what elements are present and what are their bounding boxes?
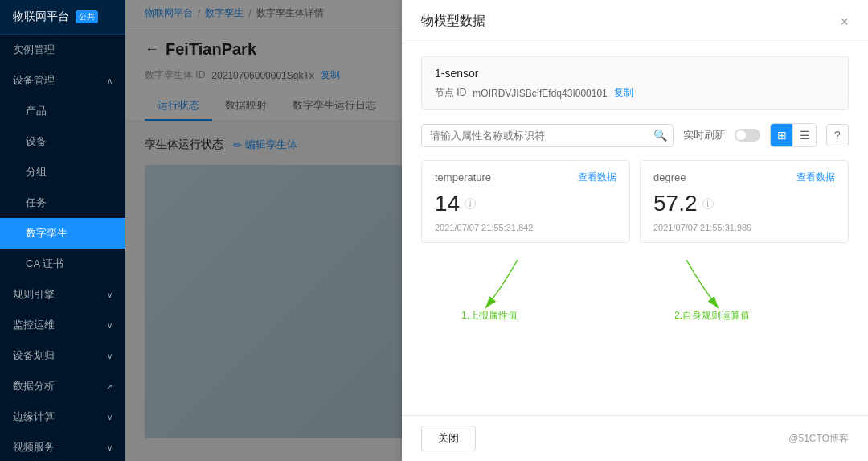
external-link-icon: ↗: [106, 382, 113, 391]
modal-footer: 关闭 @51CTO博客: [402, 415, 868, 461]
list-view-button[interactable]: ☰: [793, 124, 816, 146]
modal-close-btn[interactable]: 关闭: [421, 426, 476, 451]
grid-view-button[interactable]: ⊞: [771, 124, 793, 146]
data-cards: temperature 查看数据 14 i 2021/07/07 21:55:3…: [421, 160, 849, 243]
watermark: @51CTO博客: [788, 432, 849, 446]
search-input-wrap: 🔍: [421, 124, 674, 147]
card-time-temperature: 2021/07/07 21:55:31.842: [435, 223, 616, 233]
chevron-down-icon: ∨: [107, 443, 113, 452]
sidebar-item-edge-compute[interactable]: 边缘计算 ∨: [0, 401, 125, 432]
chevron-down-icon: ∨: [107, 352, 113, 360]
sidebar-item-device[interactable]: 设备: [0, 126, 125, 157]
info-icon-temperature[interactable]: i: [465, 198, 476, 209]
svg-text:1.上报属性值: 1.上报属性值: [461, 310, 518, 320]
sidebar-item-ca-cert[interactable]: CA 证书: [0, 249, 125, 279]
sidebar-item-group[interactable]: 分组: [0, 157, 125, 187]
toggle-knob: [736, 130, 746, 140]
card-value-temperature: 14: [435, 191, 460, 216]
sidebar-item-digital-twin[interactable]: 数字孪生: [0, 218, 125, 249]
modal-title: 物模型数据: [421, 13, 485, 30]
prop-name-degree: degree: [653, 171, 686, 183]
chevron-down-icon: ∨: [107, 321, 113, 330]
sidebar-item-video[interactable]: 视频服务 ∨: [0, 432, 125, 461]
node-id-label: 节点 ID: [435, 86, 466, 100]
annotations-area: 1.上报属性值 2.自身规则运算值: [421, 256, 849, 320]
sidebar-item-instance[interactable]: 实例管理: [0, 35, 125, 65]
chevron-down-icon: ∨: [107, 290, 113, 299]
card-header-degree: degree 查看数据: [653, 171, 835, 184]
card-value-row-degree: 57.2 i: [653, 191, 835, 216]
sidebar-item-task[interactable]: 任务: [0, 187, 125, 218]
sensor-name: 1-sensor: [435, 67, 835, 80]
svg-text:2.自身规则运算值: 2.自身规则运算值: [674, 310, 750, 320]
main-content: 物联网平台 / 数字孪生 / 数字孪生体详情 ← FeiTianPark 数字孪…: [125, 0, 868, 461]
sidebar-item-device-mgmt[interactable]: 设备管理 ∧: [0, 65, 125, 96]
sidebar-item-rule-engine[interactable]: 规则引擎 ∨: [0, 279, 125, 310]
card-time-degree: 2021/07/07 21:55:31.989: [653, 223, 835, 233]
realtime-label: 实时刷新: [683, 128, 725, 142]
copy-node-id-button[interactable]: 复制: [614, 86, 633, 100]
sidebar: 物联网平台 公共 实例管理 设备管理 ∧ 产品 设备 分组 任务 数字孪生 CA…: [0, 0, 125, 461]
data-card-degree: degree 查看数据 57.2 i 2021/07/07 21:55:31.9…: [640, 160, 849, 243]
annotation-arrows: 1.上报属性值 2.自身规则运算值: [421, 256, 855, 320]
modal-header: 物模型数据 ×: [402, 0, 868, 43]
card-value-degree: 57.2: [653, 191, 698, 216]
sensor-section: 1-sensor 节点 ID mOIRDVJISBcIfEfdq43I00010…: [421, 56, 849, 110]
view-buttons: ⊞ ☰: [770, 123, 817, 147]
view-data-temperature[interactable]: 查看数据: [578, 171, 616, 184]
help-icon: ?: [834, 129, 841, 142]
realtime-toggle[interactable]: [735, 129, 760, 142]
card-value-row-temperature: 14 i: [435, 191, 616, 216]
sensor-meta: 节点 ID mOIRDVJISBcIfEfdq43I000101 复制: [435, 86, 835, 100]
chevron-up-icon: ∧: [107, 76, 113, 85]
modal-panel: 物模型数据 × 1-sensor 节点 ID mOIRDVJISBcIfEfdq…: [402, 0, 868, 461]
platform-badge: 公共: [76, 10, 98, 23]
chevron-down-icon: ∨: [107, 413, 113, 422]
card-header-temperature: temperature 查看数据: [435, 171, 616, 184]
search-icon: 🔍: [653, 129, 667, 142]
sidebar-submenu-device: 产品 设备 分组 任务 数字孪生 CA 证书: [0, 96, 125, 279]
search-row: 🔍 实时刷新 ⊞ ☰ ?: [421, 123, 849, 147]
grid-icon: ⊞: [777, 129, 787, 142]
data-card-temperature: temperature 查看数据 14 i 2021/07/07 21:55:3…: [421, 160, 630, 243]
help-button[interactable]: ?: [826, 124, 849, 146]
node-id-value: mOIRDVJISBcIfEfdq43I000101: [473, 88, 607, 99]
view-data-degree[interactable]: 查看数据: [796, 171, 835, 184]
sidebar-header: 物联网平台 公共: [0, 0, 125, 35]
sidebar-item-monitor[interactable]: 监控运维 ∨: [0, 310, 125, 340]
platform-name: 物联网平台: [13, 10, 69, 24]
list-icon: ☰: [800, 129, 810, 142]
modal-close-button[interactable]: ×: [840, 14, 849, 29]
modal-body: 1-sensor 节点 ID mOIRDVJISBcIfEfdq43I00010…: [402, 43, 868, 415]
sidebar-item-product[interactable]: 产品: [0, 96, 125, 126]
prop-name-temperature: temperature: [435, 171, 491, 183]
search-input[interactable]: [421, 124, 674, 147]
info-icon-degree[interactable]: i: [702, 198, 714, 209]
sidebar-item-data-analysis[interactable]: 数据分析 ↗: [0, 371, 125, 401]
sidebar-item-device-assign[interactable]: 设备划归 ∨: [0, 340, 125, 371]
